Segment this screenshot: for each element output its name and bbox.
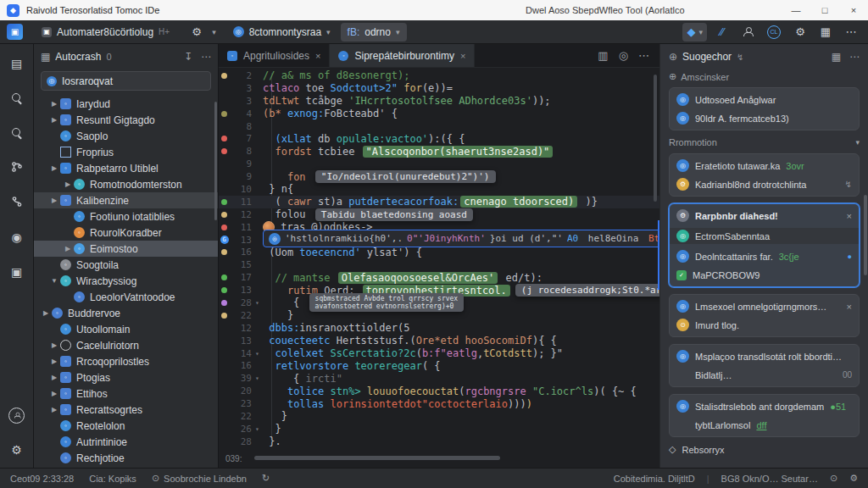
explorer-scrollbar[interactable] xyxy=(214,102,217,220)
tree-item[interactable]: ▶◦Iarydud xyxy=(34,96,218,112)
explorer-search-input[interactable] xyxy=(62,75,181,87)
code-line[interactable]: 9 xyxy=(219,158,659,170)
maximize-button[interactable]: □ xyxy=(810,0,839,20)
suggestion-card[interactable]: ◎Msplaçoo transdlsotát rolt bbordti…Bidl… xyxy=(669,344,860,387)
minimize-button[interactable]: — xyxy=(782,0,810,20)
split-editor-icon[interactable]: ▥ xyxy=(598,49,608,62)
code-line[interactable]: 12 dbbs:insranoxttiolder(5 xyxy=(219,322,659,335)
layout-windows-icon[interactable]: ▦ xyxy=(815,23,836,42)
code-line[interactable]: G13◎'hstlolnramkiio{h0',.0"'J0inyhKnth'}… xyxy=(219,234,659,247)
suggestion-card[interactable]: ◎Lmsexoel omnelgotigrngmors…×⊙Imurd tlog… xyxy=(669,294,860,337)
project-widget[interactable]: ▣ Automater8ücörtiolug H+ xyxy=(35,23,176,42)
close-button[interactable]: × xyxy=(839,0,868,20)
code-line[interactable]: 26▾ } xyxy=(219,423,659,435)
tree-item[interactable]: ◦Soogtoila xyxy=(34,257,218,273)
tree-item[interactable]: ▶◦Kalibenzine xyxy=(34,192,218,208)
explorer-search-box[interactable]: ◎ xyxy=(41,71,211,91)
code-line[interactable]: 13 couecteetc Hertststusf.(Ore*etd hooSo… xyxy=(219,335,659,347)
tree-item[interactable]: ▶◦Recrattsogrtes xyxy=(34,402,218,418)
status-item[interactable]: BG8 Okn/O… Seutar… xyxy=(721,474,818,484)
settings-icon[interactable]: ⚙ xyxy=(790,23,810,42)
tree-item[interactable]: ◦Rechjotioe xyxy=(34,450,218,466)
tree-item[interactable]: ◦Autrintinioe xyxy=(34,434,218,450)
tree-item[interactable]: ▶◦Rrcoqoprilostles xyxy=(34,353,218,369)
project-icon[interactable]: ▤ xyxy=(6,53,28,75)
tree-item[interactable]: ◦Footiuno iotatiblies xyxy=(34,208,218,225)
tree-item[interactable]: ◦LoeolorVatntoodoe xyxy=(34,289,218,305)
editor-tab[interactable]: ◦Apgrituliosides× xyxy=(219,44,330,67)
tree-chevron-icon[interactable]: ▶ xyxy=(63,180,73,188)
code-editor[interactable]: 2// a& ms of d8esonergt);3ctlaco toe Sod… xyxy=(219,68,659,449)
code-line[interactable]: 2// a& ms of d8esonergt); xyxy=(219,69,659,82)
suggestion-card[interactable]: ⚙Rarpbnbr diahesd!×◎EctromSabenntaa◎Deol… xyxy=(669,203,860,287)
tree-item[interactable]: ▶◦Rabpetarro Utiblel xyxy=(34,160,218,176)
tree-chevron-icon[interactable]: ▶ xyxy=(49,358,59,365)
suggestion-card[interactable]: ◎Udtosoed Anåglwar◎90ldr A. fermcatceb13… xyxy=(669,87,860,130)
code-line[interactable]: 3tdLtwt tcåbge 'IHcrrtosotolfsee ADhordc… xyxy=(219,95,659,108)
more-icon[interactable]: ⋯ xyxy=(849,51,860,63)
editor-scrollbar[interactable] xyxy=(654,75,657,202)
fold-icon[interactable]: ▾ xyxy=(252,374,263,382)
code-line[interactable]: 12 folou Tabidu blaetedonsing aoasd xyxy=(219,208,659,221)
tree-item[interactable]: ▶◦Buddrervoe xyxy=(34,305,218,321)
code-line[interactable]: 28 }. xyxy=(219,435,659,448)
status-item[interactable]: ↻ xyxy=(262,473,270,484)
tree-chevron-icon[interactable]: ▶ xyxy=(49,406,59,413)
tree-item[interactable]: ▶◦Ettihos xyxy=(34,385,218,402)
tab-close-icon[interactable]: × xyxy=(315,51,320,61)
settings-icon[interactable]: ⚙ xyxy=(6,439,28,461)
suggestion-card[interactable]: ◎Eratetioto tutawar.ka 3ovr⚙Kadrianbl8nd… xyxy=(669,153,860,197)
status-item[interactable]: Cobitedimia. DiljtltD xyxy=(614,474,695,484)
code-line[interactable]: 20 tolice stn%> louuofoecouctat(rgcbngrs… xyxy=(219,385,659,397)
tree-item[interactable]: ◦Saoplo xyxy=(34,128,218,144)
tree-item[interactable]: ▼◦Wiracbyssiog xyxy=(34,273,218,289)
status-item[interactable]: Ceot09 2:33:28 xyxy=(10,474,74,484)
code-line[interactable]: 3ctlaco toe Sodctout>2" for(e))= xyxy=(219,82,659,95)
account-icon[interactable] xyxy=(6,404,28,426)
code-line[interactable]: 28▾ { sqbmstraced Avbde trol qrrscy srve… xyxy=(219,297,659,309)
close-icon[interactable]: × xyxy=(847,302,852,312)
collapse-all-icon[interactable]: ↧ xyxy=(184,51,192,63)
tree-chevron-icon[interactable]: ▶ xyxy=(63,245,73,252)
code-line[interactable]: 14▾ colelxet SsCerctatio?2c(b:f"eatlg,tC… xyxy=(219,347,659,360)
tree-item[interactable]: ▶Cacelulriotorn xyxy=(34,337,218,353)
search-icon[interactable] xyxy=(6,122,28,144)
tree-item[interactable]: ◦Utoollomain xyxy=(34,321,218,337)
panel-scrollbar[interactable] xyxy=(864,195,867,275)
tree-chevron-icon[interactable]: ▶ xyxy=(49,341,59,349)
settings-icon[interactable]: ⚙ xyxy=(849,473,858,484)
user-icon[interactable] xyxy=(737,23,758,42)
code-line[interactable]: 17 // mantse Olefasaoqoosoesel&OrcAes' e… xyxy=(219,271,659,284)
tree-chevron-icon[interactable]: ▶ xyxy=(49,197,59,204)
fold-icon[interactable]: ▾ xyxy=(252,425,263,433)
run-configuration-dropdown[interactable]: ◎ 8ctomnontysraa ▾ xyxy=(226,23,337,42)
git-graph-icon[interactable] xyxy=(6,157,28,179)
code-line[interactable]: 4(b* exnog:FoBcteabd' { xyxy=(219,108,659,120)
code-line[interactable]: 23 tollas lorinsiontetdot"coctocterlaio)… xyxy=(219,397,659,410)
horizontal-scrollbar[interactable] xyxy=(254,456,500,460)
tree-chevron-icon[interactable]: ▶ xyxy=(49,374,59,381)
branch-icon[interactable] xyxy=(6,191,28,214)
code-line[interactable]: 15 xyxy=(219,258,659,271)
section-header[interactable]: Rromnotion▾ xyxy=(669,137,860,147)
tree-chevron-icon[interactable]: ▶ xyxy=(49,390,59,397)
editor-settings-icon[interactable]: ◎ xyxy=(619,49,628,62)
tree-chevron-icon[interactable]: ▶ xyxy=(41,309,51,317)
tree-item[interactable]: ▶◦Romotnodomterston xyxy=(34,176,218,192)
code-line[interactable]: 9 fon "Io/ndeolirol(unuredebut)2")') xyxy=(219,170,659,183)
tab-close-icon[interactable]: × xyxy=(460,51,465,61)
code-line[interactable]: 8 xyxy=(219,120,659,133)
clock-icon[interactable]: ⊙ xyxy=(830,473,837,484)
vcs-dropdown[interactable]: ⚙ ▾ xyxy=(180,23,223,42)
packages-icon[interactable]: ▣ xyxy=(6,261,28,283)
run-slashes-icon[interactable]: ∕∕ xyxy=(712,23,732,42)
code-with-me-badge[interactable]: CL xyxy=(763,23,785,42)
more-icon[interactable]: ⋯ xyxy=(841,23,861,42)
references-link[interactable]: ◇Rebsorryx xyxy=(669,444,860,455)
tree-item[interactable]: ▶◦Eoimostoo xyxy=(34,241,218,257)
editor-tab[interactable]: ◦Siprepátebirburontimy× xyxy=(330,44,475,67)
code-line[interactable]: 16 (Uom toecencnd' ylsat') { xyxy=(219,246,659,258)
suggestion-card[interactable]: ◎Stalisdtrslebob ant dorgdemam ●51tybtLa… xyxy=(669,394,860,437)
code-line[interactable]: 39▾ { ircti" xyxy=(219,372,659,385)
environment-dropdown[interactable]: fB: odrno ▾ xyxy=(341,23,407,42)
